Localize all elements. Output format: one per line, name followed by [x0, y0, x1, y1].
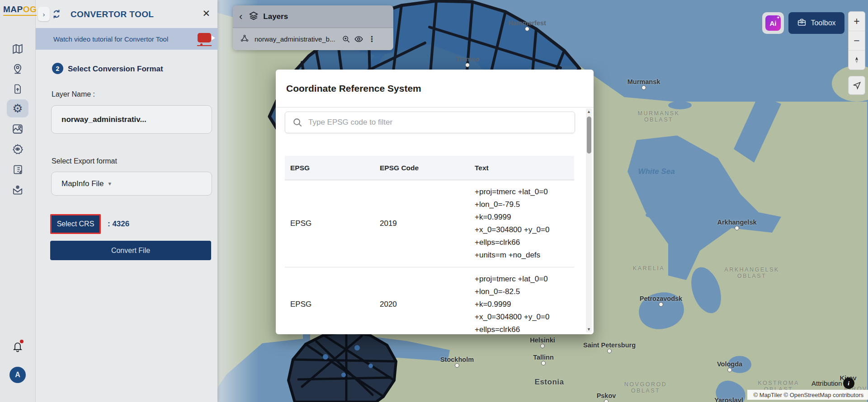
city-marker: [607, 349, 612, 353]
notification-dot: [20, 340, 24, 343]
convertor-tool-panel: › CONVERTOR TOOL ✕ Watch video tutorial …: [35, 0, 217, 402]
map-label: MURMANSK OBLAST: [638, 110, 680, 123]
sidebar-item-map-media[interactable]: [7, 120, 28, 138]
convert-file-button[interactable]: Convert File: [50, 241, 211, 260]
step-label: Select Conversion Format: [68, 65, 163, 74]
col-text: Text: [475, 164, 574, 172]
crs-table-row[interactable]: EPSG 2020 +proj=tmerc +lat_0=0 +lon_0=-8…: [285, 267, 574, 334]
file-upload-icon: [12, 84, 23, 94]
crs-table-header: EPSG EPSG Code Text: [285, 156, 574, 180]
info-icon: i: [843, 378, 854, 389]
crs-table: EPSG EPSG Code Text EPSG 2019 +proj=tmer…: [285, 156, 574, 334]
select-crs-button[interactable]: Select CRS: [50, 214, 101, 234]
sidebar-item-mail[interactable]: [7, 181, 28, 199]
layers-panel: ‹ Layers norway_administrative_b... ⋮: [233, 5, 393, 50]
city-marker: [735, 226, 739, 230]
col-epsg: EPSG: [285, 164, 380, 172]
layer-options-kebab-icon[interactable]: ⋮: [368, 34, 376, 44]
epsg-search-input[interactable]: Type EPSG code to filter: [285, 112, 575, 133]
ai-icon: Ai✦: [765, 15, 781, 31]
close-panel-button[interactable]: ✕: [202, 8, 210, 19]
attribution-toggle[interactable]: Attribution i: [811, 378, 854, 389]
col-epsg-code: EPSG Code: [380, 164, 475, 172]
avatar[interactable]: A: [9, 367, 26, 383]
icon-sidebar: MAPOG ⚙ A: [0, 0, 36, 402]
map-label: ARKHANGELSK OBLAST: [724, 266, 779, 279]
city-marker: [604, 399, 609, 402]
scrollbar-thumb[interactable]: [587, 117, 591, 154]
watch-video-label: Watch video tutorial for Convertor Tool: [53, 35, 168, 43]
map-label: Helsinki: [530, 337, 555, 344]
layer-name-value: norway_administrativ...: [61, 115, 146, 124]
back-chevron-icon[interactable]: ‹: [239, 12, 242, 21]
locate-button[interactable]: [848, 76, 865, 95]
sidebar-item-upload[interactable]: [7, 80, 28, 98]
select-crs-label: Select CRS: [57, 220, 94, 228]
sidebar-item-convertor[interactable]: ⚙: [7, 99, 28, 117]
layer-list-item[interactable]: norway_administrative_b... ⋮: [233, 28, 393, 50]
zoom-in-button[interactable]: +: [849, 12, 865, 31]
sidebar-item-map[interactable]: [7, 40, 28, 58]
sidebar-item-view-settings[interactable]: [7, 140, 28, 158]
cell-text: +proj=tmerc +lat_0=0 +lon_0=-79.5 +k=0.9…: [475, 180, 574, 267]
map-label: Estonia: [535, 378, 564, 387]
toolbox-icon: [797, 18, 807, 29]
cell-code: 2019: [380, 180, 475, 267]
mapog-logo[interactable]: MAPOG: [3, 5, 37, 16]
chevron-down-icon: ▾: [108, 180, 112, 187]
map-label: Saint Petersburg: [583, 341, 636, 349]
modal-scrollbar[interactable]: ▲ ▼: [586, 108, 592, 332]
layer-name: norway_administrative_b...: [255, 35, 338, 43]
export-format-select[interactable]: MapInfo File ▾: [51, 172, 212, 196]
sidebar-item-location[interactable]: [7, 60, 28, 78]
export-format-value: MapInfo File: [61, 179, 104, 188]
scroll-down-arrow[interactable]: ▼: [586, 327, 592, 332]
toolbox-label: Toolbox: [811, 19, 835, 27]
map-label: Hammerfest: [508, 19, 546, 27]
convertor-panel-header: › CONVERTOR TOOL ✕: [35, 0, 217, 28]
layer-name-field[interactable]: norway_administrativ...: [51, 105, 212, 134]
map-label: Yaroslavl: [714, 397, 743, 402]
map-label: Tallinn: [533, 354, 554, 361]
map-label: Pskov: [597, 392, 616, 399]
process-gear-icon: ⚙: [12, 103, 23, 114]
zoom-out-button[interactable]: −: [849, 31, 865, 51]
watch-video-banner[interactable]: Watch video tutorial for Convertor Tool: [35, 28, 217, 50]
map-copyright: © MapTiler © OpenStreetMap contributors: [747, 390, 868, 400]
layers-panel-header: ‹ Layers: [233, 5, 393, 28]
layers-panel-title: Layers: [263, 12, 288, 21]
city-marker: [455, 363, 459, 368]
location-pin-icon: [12, 63, 24, 75]
step-number-badge: 2: [52, 63, 63, 74]
city-marker: [540, 344, 545, 348]
city-marker: [642, 85, 646, 90]
map-label: Tromsø: [456, 56, 479, 63]
chevron-right-icon: ›: [43, 10, 45, 18]
crs-current-value: : 4326: [108, 220, 129, 229]
map-label: White Sea: [638, 167, 675, 176]
map-label: Stockholm: [440, 356, 474, 363]
map-zoom-controls: + −: [848, 11, 865, 70]
report-list-icon: [12, 164, 24, 175]
map-label: KARELIA: [633, 265, 665, 271]
sidebar-item-report[interactable]: [7, 160, 28, 178]
sparkle-icon: ✦: [776, 15, 780, 20]
search-icon: [292, 117, 302, 127]
cell-epsg: EPSG: [285, 267, 380, 334]
crs-modal-header: Coordinate Reference System: [276, 70, 594, 108]
map-media-icon: [12, 123, 24, 135]
panel-title: CONVERTOR TOOL: [71, 9, 154, 19]
compass-button[interactable]: [849, 51, 865, 70]
layer-visibility-eye-icon[interactable]: [354, 34, 363, 44]
attribution-label: Attribution: [811, 379, 842, 387]
toolbox-button[interactable]: Toolbox: [788, 12, 844, 34]
convert-cycle-icon: [51, 8, 62, 22]
zoom-to-layer-icon[interactable]: [342, 35, 350, 43]
crs-modal: Coordinate Reference System Type EPSG co…: [276, 70, 594, 334]
layers-stack-icon: [249, 11, 259, 23]
collapse-panel-button[interactable]: ›: [38, 7, 50, 21]
crs-table-row[interactable]: EPSG 2019 +proj=tmerc +lat_0=0 +lon_0=-7…: [285, 180, 574, 267]
ai-assistant-button[interactable]: Ai✦: [762, 12, 784, 34]
map-label: Vologda: [717, 360, 742, 368]
scroll-up-arrow[interactable]: ▲: [586, 109, 592, 114]
